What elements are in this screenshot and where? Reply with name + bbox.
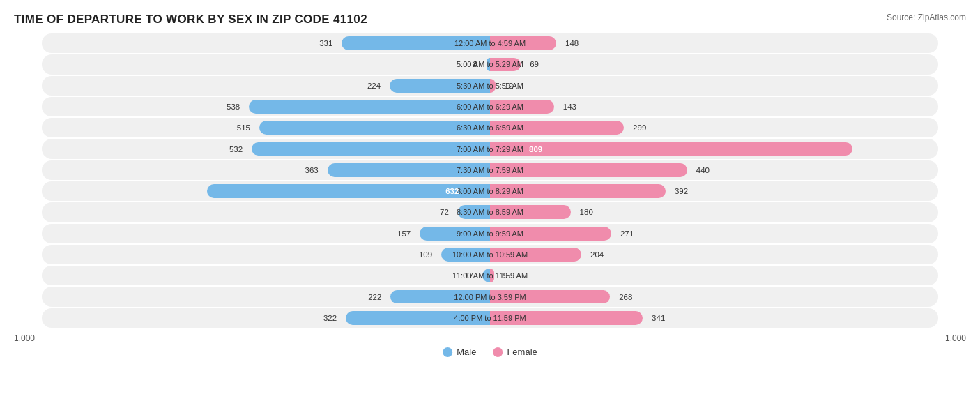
legend: Male Female: [443, 347, 537, 357]
male-value-label: 222: [368, 293, 381, 301]
male-dot: [443, 347, 452, 357]
axis-right: 1,000: [945, 333, 966, 343]
male-value-label: 632: [445, 187, 461, 195]
female-value-label: 440: [696, 166, 710, 174]
rows-wrapper: 12:00 AM to 4:59 AM3311485:00 AM to 5:29…: [42, 33, 938, 328]
time-label: 5:30 AM to 5:59 AM: [457, 82, 523, 90]
time-label: 7:30 AM to 7:59 AM: [457, 166, 523, 174]
female-value-label: 9: [503, 271, 507, 280]
male-value-label: 363: [305, 166, 319, 174]
male-value-label: 515: [237, 123, 250, 132]
time-label: 9:00 AM to 9:59 AM: [457, 229, 523, 238]
female-dot: [493, 347, 503, 357]
chart-row: 12:00 AM to 4:59 AM331148: [42, 33, 938, 53]
chart-row: 6:30 AM to 6:59 AM515299: [42, 118, 938, 137]
male-value-label: 322: [323, 314, 337, 322]
male-value-label: 72: [440, 208, 449, 216]
male-bar: [259, 121, 490, 135]
female-value-label: 180: [580, 208, 593, 216]
source-label: Source: ZipAtlas.com: [887, 13, 966, 22]
chart-row: 7:00 AM to 7:29 AM532809: [42, 139, 938, 158]
male-bar: [252, 142, 490, 156]
chart-row: 8:30 AM to 8:59 AM72180: [42, 202, 938, 222]
male-value-label: 538: [227, 103, 240, 111]
male-value-label: 157: [397, 229, 411, 238]
time-label: 10:00 AM to 10:59 AM: [452, 250, 528, 259]
time-label: 12:00 AM to 4:59 AM: [454, 39, 526, 47]
legend-female: Female: [493, 347, 537, 357]
time-label: 8:30 AM to 8:59 AM: [457, 208, 523, 216]
chart-row: 4:00 PM to 11:59 PM322341: [42, 308, 938, 328]
male-value-label: 224: [367, 82, 381, 90]
female-value-label: 268: [619, 293, 632, 301]
chart-row: 5:30 AM to 5:59 AM22412: [42, 76, 938, 96]
female-value-label: 271: [620, 229, 634, 238]
female-value-label: 299: [633, 123, 646, 132]
female-value-label: 148: [565, 39, 579, 47]
axis-left: 1,000: [14, 333, 35, 343]
female-value-label: 809: [526, 145, 542, 153]
chart-area: 12:00 AM to 4:59 AM3311485:00 AM to 5:29…: [14, 33, 966, 363]
female-value-label: 143: [563, 103, 576, 111]
time-label: 5:00 AM to 5:29 AM: [457, 60, 523, 68]
female-bar: [490, 142, 852, 156]
time-label: 8:00 AM to 8:29 AM: [457, 187, 523, 195]
male-label: Male: [457, 347, 476, 357]
female-value-label: 204: [590, 250, 604, 259]
male-bar: [249, 100, 490, 114]
chart-row: 9:00 AM to 9:59 AM157271: [42, 224, 938, 243]
male-value-label: 331: [319, 39, 332, 47]
chart-row: 5:00 AM to 5:29 AM869: [42, 54, 938, 74]
time-label: 6:30 AM to 6:59 AM: [457, 123, 523, 132]
time-label: 12:00 PM to 3:59 PM: [454, 293, 526, 301]
time-label: 11:00 AM to 11:59 AM: [452, 271, 528, 280]
time-label: 7:00 AM to 7:29 AM: [457, 145, 523, 153]
female-value-label: 392: [675, 187, 688, 195]
legend-male: Male: [443, 347, 476, 357]
chart-row: 10:00 AM to 10:59 AM109204: [42, 245, 938, 264]
chart-title: TIME OF DEPARTURE TO WORK BY SEX IN ZIP …: [14, 13, 966, 27]
chart-row: 6:00 AM to 6:29 AM538143: [42, 97, 938, 116]
male-value-label: 109: [419, 250, 432, 259]
female-label: Female: [507, 347, 537, 357]
male-value-label: 8: [473, 60, 477, 68]
time-label: 4:00 PM to 11:59 PM: [454, 314, 526, 322]
female-value-label: 12: [505, 82, 514, 90]
chart-row: 7:30 AM to 7:59 AM363440: [42, 160, 938, 180]
chart-row: 8:00 AM to 8:29 AM632392: [42, 181, 938, 201]
female-value-label: 341: [652, 314, 665, 322]
female-value-label: 69: [530, 60, 539, 68]
male-value-label: 532: [229, 145, 243, 153]
chart-container: TIME OF DEPARTURE TO WORK BY SEX IN ZIP …: [0, 0, 980, 415]
time-label: 6:00 AM to 6:29 AM: [457, 103, 523, 111]
chart-row: 11:00 AM to 11:59 AM179: [42, 266, 938, 285]
chart-row: 12:00 PM to 3:59 PM222268: [42, 287, 938, 306]
male-value-label: 17: [464, 271, 473, 280]
